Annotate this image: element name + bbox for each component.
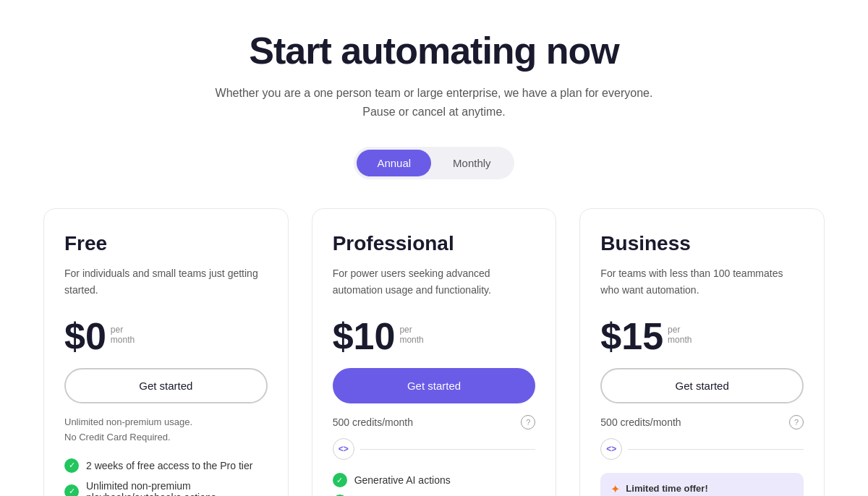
help-icon-professional[interactable]: ? (521, 415, 535, 429)
plan-description-business: For teams with less than 100 teammates w… (600, 265, 804, 303)
divider-row-professional: <> (333, 438, 536, 460)
subtitle: Whether you are a one person team or lar… (43, 84, 825, 121)
billing-toggle: Annual Monthly (43, 147, 825, 179)
credits-row-business: 500 credits/month ? (600, 415, 804, 429)
credits-text-business: 500 credits/month (600, 416, 681, 428)
credits-text-professional: 500 credits/month (333, 416, 413, 428)
toggle-container: Annual Monthly (354, 147, 514, 179)
header-section: Start automating now Whether you are a o… (43, 29, 825, 121)
feature-list-free: ✓ 2 weeks of free access to the Pro tier… (64, 458, 268, 496)
check-icon: ✓ (333, 473, 347, 487)
feature-list-professional: ✓ Generative AI actions ✓ CRM integratio… (333, 473, 536, 496)
plans-grid: Free For individuals and small teams jus… (43, 208, 825, 496)
offer-icon: ✦ (610, 482, 620, 496)
monthly-toggle-button[interactable]: Monthly (433, 150, 511, 176)
divider-line-professional (360, 449, 536, 450)
plan-card-business: Business For teams with less than 100 te… (579, 208, 825, 496)
plan-description-professional: For power users seeking advanced automat… (333, 265, 536, 303)
plan-note-free: Unlimited non-premium usage.No Credit Ca… (64, 415, 268, 445)
price-meta-professional: per month (399, 317, 423, 345)
price-meta-free: per month (111, 317, 135, 345)
help-icon-business[interactable]: ? (789, 415, 804, 429)
plan-description-free: For individuals and small teams just get… (64, 265, 268, 303)
get-started-button-business[interactable]: Get started (600, 368, 804, 403)
code-badge-business: <> (600, 438, 622, 460)
credits-row-professional: 500 credits/month ? (333, 415, 536, 429)
plan-name-free: Free (64, 232, 268, 255)
plan-card-professional: Professional For power users seeking adv… (312, 208, 557, 496)
get-started-button-professional[interactable]: Get started (333, 368, 536, 403)
price-row-free: $0 per month (64, 317, 268, 355)
price-row-professional: $10 per month (333, 317, 536, 355)
check-icon: ✓ (64, 458, 79, 473)
plan-card-free: Free For individuals and small teams jus… (43, 208, 289, 496)
price-row-business: $15 per month (600, 317, 804, 355)
price-amount-business: $15 (600, 317, 663, 355)
main-title: Start automating now (43, 29, 825, 72)
get-started-button-free[interactable]: Get started (64, 368, 268, 403)
offer-text: Limited time offer! Get a flat fee for t… (626, 482, 776, 496)
offer-banner-business: ✦ Limited time offer! Get a flat fee for… (600, 473, 804, 496)
divider-row-business: <> (600, 438, 804, 460)
feature-item: ✓ Unlimited non-premium playbooks/autobo… (64, 480, 268, 496)
price-amount-professional: $10 (333, 317, 396, 355)
price-amount-free: $0 (64, 317, 106, 355)
code-badge-professional: <> (333, 438, 354, 460)
feature-item: ✓ Generative AI actions (333, 473, 536, 487)
divider-line-business (628, 449, 804, 450)
plan-name-professional: Professional (333, 232, 536, 255)
check-icon: ✓ (64, 484, 79, 496)
feature-item: ✓ 2 weeks of free access to the Pro tier (64, 458, 268, 473)
page-wrapper: Start automating now Whether you are a o… (0, 0, 868, 496)
offer-title: Limited time offer! (626, 482, 776, 496)
annual-toggle-button[interactable]: Annual (357, 150, 431, 176)
price-meta-business: per month (668, 317, 692, 345)
plan-name-business: Business (600, 232, 804, 255)
